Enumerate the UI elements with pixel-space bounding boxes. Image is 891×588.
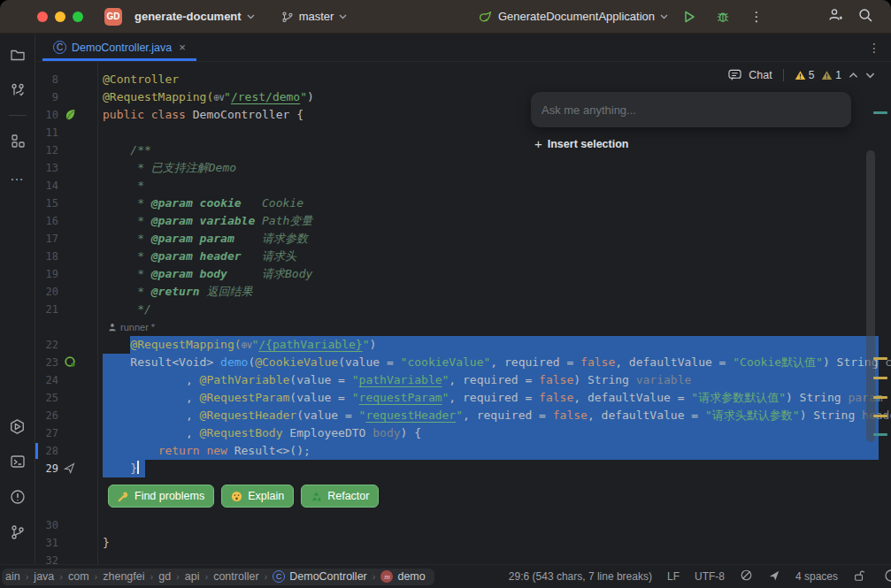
code-line-30[interactable]: 30	[35, 516, 891, 534]
line-number[interactable]: 9	[35, 88, 58, 106]
code-line-22[interactable]: 22 @RequestMapping(⊕∨"/{pathVariable}")	[35, 336, 891, 354]
line-number[interactable]: 18	[35, 248, 58, 265]
next-problem-icon[interactable]	[865, 73, 875, 79]
find-problems-button[interactable]: Find problems	[108, 485, 214, 508]
more-actions-button[interactable]: ⋮	[744, 4, 769, 29]
commit-tool-button[interactable]	[5, 78, 30, 103]
line-number[interactable]: 21	[35, 301, 58, 318]
tab-democontroller[interactable]: C DemoController.java ×	[42, 34, 196, 61]
line-number[interactable]: 20	[35, 283, 58, 301]
code-line-27[interactable]: 27 , @RequestBody EmployeeDTO body) {	[35, 424, 891, 442]
run-configuration-widget[interactable]: GenerateDocumentApplication	[478, 9, 668, 24]
endpoint-globe-icon[interactable]: ⊕∨	[242, 339, 252, 351]
line-number[interactable]: 17	[35, 230, 58, 248]
vcs-widget[interactable]: master	[276, 7, 353, 26]
breadcrumb-item-controller[interactable]: controller	[213, 570, 258, 583]
line-number[interactable]: 14	[35, 177, 58, 195]
code-line-15[interactable]: 15 * @param cookie Cookie	[35, 195, 891, 212]
line-number[interactable]: 22	[35, 336, 58, 354]
code-line-23[interactable]: 23 Result<Void> demo(@CookieValue(value …	[35, 354, 891, 371]
project-widget[interactable]: generate-document	[129, 7, 260, 26]
run-tool-button[interactable]	[5, 414, 30, 439]
line-separator-widget[interactable]: LF	[667, 570, 680, 583]
breadcrumb-item-demo[interactable]: mdemo	[380, 570, 425, 583]
code-line-16[interactable]: 16 * @param variable Path变量	[35, 212, 891, 230]
encoding-widget[interactable]: UTF-8	[695, 570, 725, 583]
line-number[interactable]: 19	[35, 265, 58, 283]
line-number[interactable]: 10	[35, 106, 58, 124]
tab-options-button[interactable]: ⋮	[868, 34, 891, 61]
chat-button[interactable]: Chat	[749, 69, 772, 81]
line-number[interactable]: 31	[35, 534, 58, 552]
zoom-window-button[interactable]	[73, 11, 83, 22]
code-line-29[interactable]: 29 }	[35, 460, 891, 477]
indent-widget[interactable]: 4 spaces	[795, 570, 838, 583]
search-everywhere-button[interactable]	[857, 7, 873, 27]
previous-problem-icon[interactable]	[849, 73, 858, 79]
breadcrumb-item-ain[interactable]: ain	[5, 570, 20, 583]
line-number[interactable]: 28	[35, 442, 58, 460]
endpoint-globe-icon[interactable]: ⊕∨	[213, 91, 224, 103]
unlock-icon[interactable]	[853, 569, 865, 584]
terminal-tool-button[interactable]	[5, 449, 30, 474]
line-number[interactable]: 8	[35, 71, 58, 88]
breadcrumb-item-DemoController[interactable]: CDemoController	[273, 570, 367, 583]
breadcrumb-item-java[interactable]: java	[34, 570, 54, 583]
line-number[interactable]: 29	[35, 460, 58, 477]
code-line-18[interactable]: 18 * @param header 请求头	[35, 248, 891, 265]
code-line-26[interactable]: 26 , @RequestHeader(value = "requestHead…	[35, 407, 891, 424]
line-number[interactable]: 32	[35, 552, 58, 564]
warnings-badge[interactable]: 5	[795, 69, 815, 81]
error-stripe-mark[interactable]	[873, 396, 887, 399]
caret-position-widget[interactable]: 29:6 (543 chars, 7 line breaks)	[509, 570, 652, 583]
error-stripe-mark[interactable]	[873, 433, 887, 436]
code-line-21[interactable]: 21 */	[35, 301, 891, 318]
line-number[interactable]: 26	[35, 407, 58, 424]
line-number[interactable]: 23	[35, 354, 58, 371]
error-stripe-mark[interactable]	[873, 415, 887, 417]
code-line-12[interactable]: 12 /**	[35, 141, 891, 159]
code-line-32[interactable]: 32	[35, 552, 891, 564]
error-stripe-mark[interactable]	[873, 377, 887, 379]
line-number[interactable]: 15	[35, 195, 58, 212]
run-button[interactable]	[677, 4, 702, 29]
weak-warnings-badge[interactable]: 1	[821, 69, 841, 81]
more-tool-windows-button[interactable]: …	[5, 164, 30, 188]
ai-prompt-box[interactable]	[531, 92, 851, 127]
insert-selection-button[interactable]: + Insert selection	[534, 136, 628, 151]
project-tool-button[interactable]	[5, 42, 30, 67]
code-editor[interactable]: 8@Controller9@RequestMapping(⊕∨"/rest/de…	[35, 62, 891, 564]
breadcrumb-item-gd[interactable]: gd	[158, 570, 171, 583]
version-control-tool-button[interactable]	[5, 520, 30, 545]
line-number[interactable]: 16	[35, 212, 58, 230]
error-stripe-mark[interactable]	[873, 111, 887, 114]
code-line-25[interactable]: 25 , @RequestParam(value = "requestParam…	[35, 389, 891, 407]
author-inlay-hint[interactable]: runner *	[35, 318, 891, 336]
explain-button[interactable]: Explain	[221, 485, 294, 508]
code-line-17[interactable]: 17 * @param param 请求参数	[35, 230, 891, 248]
send-arrow-gutter-icon[interactable]	[64, 462, 78, 476]
minimize-window-button[interactable]	[55, 11, 65, 22]
close-tab-icon[interactable]: ×	[177, 41, 188, 54]
code-line-19[interactable]: 19 * @param body 请求Body	[35, 265, 891, 283]
code-line-31[interactable]: 31}	[35, 534, 891, 552]
line-number[interactable]: 11	[35, 124, 58, 141]
code-line-28[interactable]: 28 return new Result<>();	[35, 442, 891, 460]
highlight-level-icon[interactable]	[740, 569, 753, 584]
code-line-14[interactable]: 14 *	[35, 177, 891, 195]
breadcrumb-item-zhengfei[interactable]: zhengfei	[103, 570, 144, 583]
debug-button[interactable]	[710, 4, 735, 29]
code-line-20[interactable]: 20 * @return 返回结果	[35, 283, 891, 301]
line-number[interactable]: 25	[35, 389, 58, 407]
ai-prompt-input[interactable]	[542, 103, 841, 117]
spring-leaf-gutter-icon[interactable]	[64, 108, 78, 122]
spring-bean-gutter-icon[interactable]	[64, 355, 78, 370]
structure-tool-button[interactable]	[5, 128, 30, 153]
breadcrumb-item-api[interactable]: api	[185, 570, 200, 583]
error-stripe-mark[interactable]	[873, 357, 887, 360]
code-line-24[interactable]: 24 , @PathVariable(value = "pathVariable…	[35, 371, 891, 389]
refactor-button[interactable]: Refactor	[301, 485, 379, 508]
close-window-button[interactable]	[37, 11, 48, 22]
code-with-me-button[interactable]	[827, 7, 843, 27]
navigate-icon[interactable]	[768, 569, 780, 584]
